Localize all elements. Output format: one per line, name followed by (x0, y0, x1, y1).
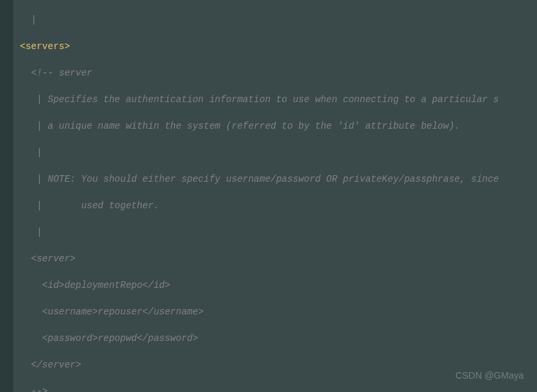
code-line: | (20, 146, 530, 159)
code-line: --> (20, 385, 530, 392)
code-editor[interactable]: | <servers> <!-- server | Specifies the … (0, 0, 537, 392)
code-line: <password>repopwd</password> (20, 332, 530, 345)
code-line: <server> (20, 252, 530, 265)
code-line: <servers> (20, 40, 530, 53)
code-line: | (20, 13, 530, 27)
code-content[interactable]: | <servers> <!-- server | Specifies the … (13, 0, 537, 392)
code-line: <username>repouser</username> (20, 305, 530, 318)
code-line: | a unique name within the system (refer… (20, 119, 530, 133)
code-line: | Specifies the authentication informati… (20, 93, 530, 106)
code-line: | NOTE: You should either specify userna… (20, 172, 530, 186)
code-line: </server> (20, 358, 530, 371)
code-line: <!-- server (20, 66, 530, 80)
code-line: | used together. (20, 199, 530, 212)
editor-gutter (0, 0, 13, 392)
code-line: | (20, 226, 530, 239)
code-line: <id>deploymentRepo</id> (20, 279, 530, 292)
